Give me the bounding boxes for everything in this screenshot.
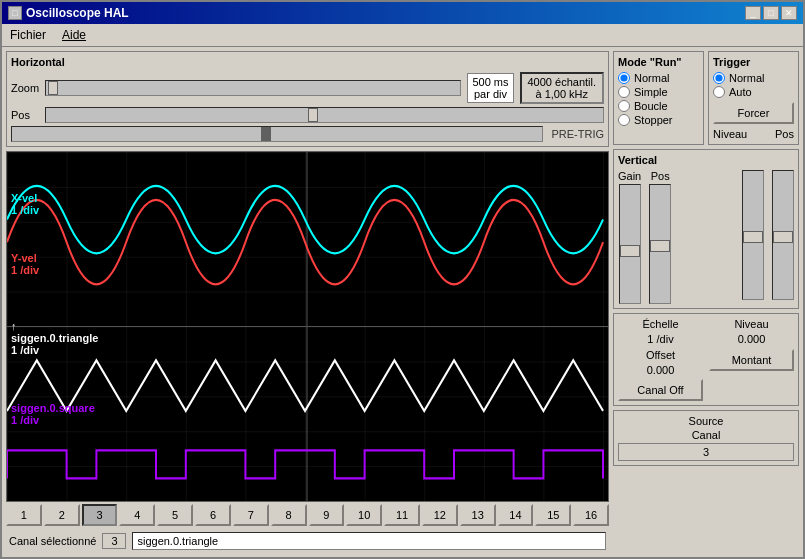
- source-label: Source: [689, 415, 724, 427]
- offset-col: Offset 0.000 Canal Off: [618, 349, 703, 401]
- trigpos-thumb[interactable]: [773, 231, 793, 243]
- zoom-slider-track[interactable]: [45, 80, 461, 96]
- menu-fichier[interactable]: Fichier: [6, 26, 50, 44]
- mode-stopper-row: Stopper: [618, 114, 699, 126]
- mode-stopper-label[interactable]: Stopper: [634, 114, 673, 126]
- pos-slider[interactable]: [649, 184, 671, 304]
- echelle-value: 1 /div: [647, 333, 673, 345]
- forcer-button[interactable]: Forcer: [713, 102, 794, 124]
- right-panel: Mode "Run" Normal Simple Boucle: [613, 47, 803, 557]
- gain-col: Gain: [618, 170, 641, 304]
- title-bar: □ Oscilloscope HAL _ □ ✕: [2, 2, 803, 24]
- mode-boucle-radio[interactable]: [618, 100, 630, 112]
- source-canal-section: Source Canal 3: [613, 410, 799, 466]
- channel-btn-7[interactable]: 7: [233, 504, 269, 526]
- montant-col: Montant: [709, 349, 794, 401]
- zoom-slider-thumb[interactable]: [48, 81, 58, 95]
- title-buttons: _ □ ✕: [745, 6, 797, 20]
- zoom-row: Zoom 500 ms par div 4000 échantil. à 1,0…: [11, 72, 604, 104]
- menu-bar: Fichier Aide: [2, 24, 803, 47]
- channel-btn-10[interactable]: 10: [346, 504, 382, 526]
- trigger-auto-label[interactable]: Auto: [729, 86, 752, 98]
- mode-simple-radio[interactable]: [618, 86, 630, 98]
- pos-col: Pos: [649, 170, 671, 304]
- canal-label: Canal: [692, 429, 721, 441]
- menu-aide[interactable]: Aide: [58, 26, 90, 44]
- channel-btn-14[interactable]: 14: [498, 504, 534, 526]
- channel-btn-5[interactable]: 5: [157, 504, 193, 526]
- channel-btn-6[interactable]: 6: [195, 504, 231, 526]
- pretrig-track[interactable]: [11, 126, 543, 142]
- channel-btn-1[interactable]: 1: [6, 504, 42, 526]
- gain-thumb[interactable]: [620, 245, 640, 257]
- pretrig-row: PRE-TRIG: [11, 126, 604, 142]
- mode-simple-label[interactable]: Simple: [634, 86, 668, 98]
- horizontal-label: Horizontal: [11, 56, 604, 68]
- channel-btn-12[interactable]: 12: [422, 504, 458, 526]
- zoom-label: Zoom: [11, 82, 39, 94]
- pos-slider-thumb[interactable]: [308, 108, 318, 122]
- trigger-normal-label[interactable]: Normal: [729, 72, 764, 84]
- niveau-col: Niveau 0.000: [709, 318, 794, 345]
- channel-btn-15[interactable]: 15: [535, 504, 571, 526]
- mode-trigger-row: Mode "Run" Normal Simple Boucle: [613, 51, 799, 145]
- channel-btn-16[interactable]: 16: [573, 504, 609, 526]
- pretrig-thumb[interactable]: [261, 127, 271, 141]
- niveau-slider[interactable]: [742, 170, 764, 300]
- mode-boucle-row: Boucle: [618, 100, 699, 112]
- mode-simple-row: Simple: [618, 86, 699, 98]
- channel-btn-13[interactable]: 13: [460, 504, 496, 526]
- niveau-pos-header: Niveau Pos: [713, 128, 794, 140]
- channel-btn-3[interactable]: 3: [82, 504, 118, 526]
- canal-num: 3: [102, 533, 126, 549]
- pos-slider-track[interactable]: [45, 107, 604, 123]
- main-window: □ Oscilloscope HAL _ □ ✕ Fichier Aide Ho…: [0, 0, 805, 559]
- channel-btn-4[interactable]: 4: [119, 504, 155, 526]
- main-panel: Horizontal Zoom 500 ms par div 4000 écha…: [2, 47, 613, 557]
- pos-row: Pos: [11, 107, 604, 123]
- trigger-normal-row: Normal: [713, 72, 794, 84]
- mode-normal-radio[interactable]: [618, 72, 630, 84]
- pos-label: Pos: [11, 109, 39, 121]
- channel-btn-9[interactable]: 9: [309, 504, 345, 526]
- niveau-thumb[interactable]: [743, 231, 763, 243]
- pos-thumb[interactable]: [650, 240, 670, 252]
- trigger-auto-row: Auto: [713, 86, 794, 98]
- samples-value: 4000 échantil. à 1,00 kHz: [520, 72, 605, 104]
- vertical-title: Vertical: [618, 154, 794, 166]
- action-row: Offset 0.000 Canal Off Montant: [618, 349, 794, 401]
- channel-button-row: 1 2 3 4 5 6 7 8 9 10 11 12 13 14 15 16: [6, 504, 609, 526]
- close-button[interactable]: ✕: [781, 6, 797, 20]
- channel-btn-8[interactable]: 8: [271, 504, 307, 526]
- mode-boucle-label[interactable]: Boucle: [634, 100, 668, 112]
- channel-btn-2[interactable]: 2: [44, 504, 80, 526]
- channel-btn-11[interactable]: 11: [384, 504, 420, 526]
- trigger-auto-radio[interactable]: [713, 86, 725, 98]
- trigger-title: Trigger: [713, 56, 794, 68]
- window-title: Oscilloscope HAL: [26, 6, 129, 20]
- niveau-label: Niveau: [734, 318, 768, 330]
- niveau-slider-col: [742, 170, 764, 300]
- pretrig-label: PRE-TRIG: [551, 128, 604, 140]
- gain-pos-sliders: Gain Pos: [618, 170, 671, 304]
- canal-off-button[interactable]: Canal Off: [618, 379, 703, 401]
- gain-slider[interactable]: [619, 184, 641, 304]
- maximize-button[interactable]: □: [763, 6, 779, 20]
- canal-value: 3: [618, 443, 794, 461]
- montant-button[interactable]: Montant: [709, 349, 794, 371]
- minimize-button[interactable]: _: [745, 6, 761, 20]
- vertical-section: Vertical Gain Pos: [613, 149, 799, 309]
- mode-normal-label[interactable]: Normal: [634, 72, 669, 84]
- mode-run-section: Mode "Run" Normal Simple Boucle: [613, 51, 704, 145]
- trigpos-slider[interactable]: [772, 170, 794, 300]
- niveau-value: 0.000: [738, 333, 766, 345]
- time-value: 500 ms par div: [467, 73, 513, 103]
- canal-signal-input[interactable]: [132, 532, 606, 550]
- mode-normal-row: Normal: [618, 72, 699, 84]
- vertical-pos-label: Pos: [651, 170, 670, 182]
- canal-selectionne-row: Canal sélectionné 3: [6, 529, 609, 553]
- trigger-normal-radio[interactable]: [713, 72, 725, 84]
- canal-selectionne-label: Canal sélectionné: [9, 535, 96, 547]
- mode-stopper-radio[interactable]: [618, 114, 630, 126]
- waveform-svg: [7, 152, 608, 501]
